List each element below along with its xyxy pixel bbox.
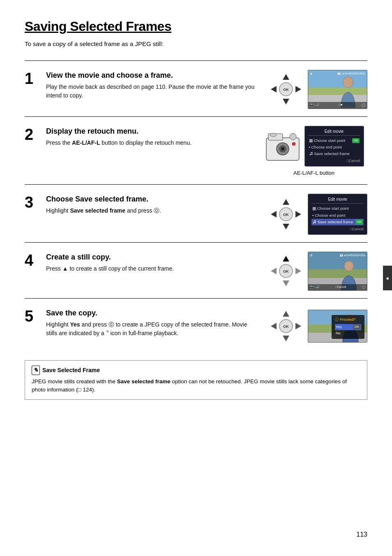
svg-marker-3: [295, 86, 301, 93]
step-5-number: 5: [25, 308, 46, 324]
step-5-dpad: OK: [267, 308, 304, 345]
step-3-content: Choose Save selected frame. Highlight Sa…: [46, 194, 261, 215]
step-4-dpad: OK: [267, 253, 304, 290]
step-1-overlay-icons: ★ ▮▮ ⟨●1m45s/02m30s⟩: [308, 72, 367, 76]
step-1-desc: Play the movie back as described on page…: [46, 83, 256, 100]
step-1-bottom-bar: 📷○ 🔊 □■ ◯: [308, 102, 367, 109]
proceed-dialog: ⓘ Proceed? YesOK No: [332, 315, 364, 339]
svg-marker-24: [295, 268, 301, 274]
svg-marker-29: [283, 336, 289, 341]
step-3-images: OK Edit movie ▩ Choose start point ▪ Cho…: [261, 194, 367, 234]
page-title: Saving Selected Frames: [25, 16, 367, 36]
note-title: ✎ Save Selected Frame: [32, 366, 360, 375]
step-1-number: 1: [25, 70, 46, 86]
svg-marker-2: [271, 86, 277, 93]
svg-marker-15: [283, 199, 289, 205]
step-4: 4 Create a still copy. Press ▲ to create…: [25, 242, 367, 298]
step-2-content: Display the retouch menu. Press the AE-L…: [46, 126, 261, 148]
step-4-photo-screen: 🎜 ▮▮ ●1m45s/02m30s 📷○ 🔊 □Cancel ◯: [308, 252, 367, 291]
svg-text:OK: OK: [283, 88, 289, 92]
step-2-title: Display the retouch menu.: [46, 126, 256, 137]
svg-text:OK: OK: [283, 269, 289, 273]
svg-marker-28: [283, 311, 289, 317]
svg-marker-31: [295, 323, 301, 329]
step-2: 2 Display the retouch menu. Press the AE…: [25, 116, 367, 185]
menu-item-end: ▪ Choose end point: [308, 144, 360, 151]
step-5-images: OK ⓘ Proceed? YesOK: [261, 308, 367, 345]
step-3-menu-title: Edit movie: [311, 196, 364, 204]
svg-point-13: [292, 142, 295, 146]
step-4-desc: Press ▲ to create a still copy of the cu…: [46, 264, 256, 273]
svg-marker-23: [271, 268, 277, 274]
note-icon: ✎: [32, 366, 40, 375]
step-5-proceed-screen: ⓘ Proceed? YesOK No: [308, 310, 367, 343]
step-5-title: Save the copy.: [46, 308, 256, 319]
page-subtitle: To save a copy of a selected frame as a …: [25, 39, 367, 49]
step-2-menu-screen: Edit movie ▩ Choose start pointOK ▪ Choo…: [304, 126, 364, 167]
svg-marker-1: [283, 99, 289, 104]
svg-marker-22: [283, 280, 289, 286]
step-1-dpad: OK: [267, 71, 304, 108]
step-4-images: OK 🎜 ▮▮ ●1m45s/02m30s 📷○ 🔊 □Cancel ◯: [261, 252, 367, 291]
menu-item-start: ▩ Choose start pointOK: [308, 137, 360, 144]
svg-point-6: [343, 77, 353, 88]
svg-text:OK: OK: [283, 213, 289, 217]
step-3-title: Choose Save selected frame.: [46, 194, 256, 205]
step-4-title: Create a still copy.: [46, 252, 256, 263]
step-3-number: 3: [25, 194, 46, 210]
step-3-dpad: OK: [267, 196, 304, 233]
svg-marker-0: [283, 74, 289, 80]
svg-marker-17: [271, 211, 277, 218]
step-3-menu-screen: Edit movie ▩ Choose start point ▪ Choose…: [308, 194, 367, 234]
step-2-camera: [264, 130, 301, 162]
svg-point-14: [270, 133, 277, 137]
step-3-menu-end: ▪ Choose end point: [311, 212, 364, 219]
step-3-menu-save: 🎜 Save selected frameOK: [311, 219, 364, 225]
proceed-no: No: [335, 330, 361, 337]
step-2-desc: Press the AE-L/AF-L button to display th…: [46, 139, 256, 148]
step-5-content: Save the copy. Highlight Yes and press ⓪…: [46, 308, 261, 338]
svg-point-11: [281, 147, 284, 151]
step-2-caption: AE-L/AF-L button: [293, 169, 334, 177]
step-2-images: Edit movie ▩ Choose start pointOK ▪ Choo…: [261, 126, 367, 177]
proceed-yes: YesOK: [335, 324, 361, 331]
menu-cancel: □Cancel: [308, 158, 360, 164]
svg-marker-18: [295, 211, 301, 218]
proceed-title: ⓘ Proceed?: [335, 317, 361, 323]
menu-title: Edit movie: [308, 128, 360, 136]
svg-point-27: [344, 261, 353, 271]
step-1-images: OK ★ ▮▮ ⟨●1m45s/02m30s⟩ 📷○ 🔊 □■ ◯: [261, 70, 367, 109]
svg-point-12: [290, 133, 296, 140]
step-3-desc: Highlight Save selected frame and press …: [46, 206, 256, 215]
note-text: JPEG movie stills created with the Save …: [32, 378, 360, 395]
side-tab: ■: [383, 266, 392, 290]
menu-item-save: 🎜 Save selected frame: [308, 151, 360, 157]
svg-text:OK: OK: [283, 324, 289, 329]
step-1-photo-screen: ★ ▮▮ ⟨●1m45s/02m30s⟩ 📷○ 🔊 □■ ◯: [308, 70, 367, 109]
page-number: 113: [356, 530, 367, 540]
note-box: ✎ Save Selected Frame JPEG movie stills …: [25, 360, 367, 400]
step-3-menu-cancel: □Cancel: [311, 227, 364, 232]
svg-marker-16: [283, 224, 289, 229]
step-4-number: 4: [25, 252, 46, 268]
step-5-desc: Highlight Yes and press ⓪ to create a JP…: [46, 320, 256, 338]
step-5: 5 Save the copy. Highlight Yes and press…: [25, 298, 367, 352]
step-1: 1 View the movie and choose a frame. Pla…: [25, 60, 367, 116]
step-1-content: View the movie and choose a frame. Play …: [46, 70, 261, 100]
step-3-menu-start: ▩ Choose start point: [311, 205, 364, 212]
step-3: 3 Choose Save selected frame. Highlight …: [25, 184, 367, 242]
svg-marker-30: [271, 323, 277, 329]
svg-marker-21: [283, 256, 289, 262]
step-4-content: Create a still copy. Press ▲ to create a…: [46, 252, 261, 273]
step-1-title: View the movie and choose a frame.: [46, 70, 256, 81]
step-2-number: 2: [25, 126, 46, 142]
